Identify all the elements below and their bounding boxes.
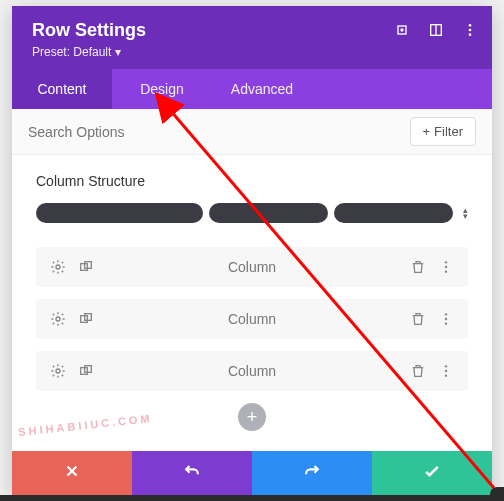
row-more-icon[interactable] — [438, 311, 454, 327]
column-row[interactable]: Column — [36, 299, 468, 339]
undo-icon — [182, 461, 202, 486]
background-strip — [0, 495, 504, 501]
svg-point-12 — [445, 270, 447, 272]
panel-body: Column Structure ▴ ▾ Column — [12, 155, 492, 451]
tabs: Content Design Advanced — [12, 69, 492, 109]
plus-icon: + — [423, 124, 431, 139]
svg-point-4 — [469, 24, 472, 27]
section-title: Column Structure — [36, 173, 468, 189]
tab-content[interactable]: Content — [12, 69, 112, 109]
cancel-button[interactable] — [12, 451, 132, 495]
svg-point-13 — [56, 317, 60, 321]
column-shape — [334, 203, 453, 223]
svg-point-24 — [445, 374, 447, 376]
expand-icon[interactable] — [394, 22, 410, 38]
svg-point-6 — [469, 33, 472, 36]
dropdown-icon: ▾ — [115, 45, 121, 59]
svg-point-23 — [445, 370, 447, 372]
gear-icon[interactable] — [50, 311, 66, 327]
header-actions — [394, 22, 478, 38]
svg-point-5 — [469, 29, 472, 32]
search-bar: + Filter — [12, 109, 492, 155]
svg-point-19 — [56, 369, 60, 373]
gear-icon[interactable] — [50, 259, 66, 275]
trash-icon[interactable] — [410, 259, 426, 275]
column-shape — [209, 203, 328, 223]
filter-button[interactable]: + Filter — [410, 117, 476, 146]
chevron-down-icon: ▾ — [463, 213, 468, 219]
close-icon — [63, 462, 81, 485]
duplicate-icon[interactable] — [78, 363, 94, 379]
column-shape — [36, 203, 203, 223]
svg-point-17 — [445, 318, 447, 320]
filter-label: Filter — [434, 124, 463, 139]
help-icon[interactable] — [428, 22, 444, 38]
column-row[interactable]: Column — [36, 247, 468, 287]
tab-advanced[interactable]: Advanced — [212, 69, 312, 109]
settings-panel: Row Settings Preset: Default ▾ Content D… — [12, 6, 492, 495]
column-label: Column — [94, 311, 410, 327]
svg-point-18 — [445, 322, 447, 324]
column-label: Column — [94, 259, 410, 275]
add-column-button[interactable]: + — [238, 403, 266, 431]
duplicate-icon[interactable] — [78, 259, 94, 275]
redo-icon — [302, 461, 322, 486]
svg-point-11 — [445, 266, 447, 268]
svg-point-10 — [445, 261, 447, 263]
svg-point-7 — [56, 265, 60, 269]
panel-header: Row Settings Preset: Default ▾ — [12, 6, 492, 69]
background-corner — [490, 487, 504, 501]
row-more-icon[interactable] — [438, 363, 454, 379]
column-label: Column — [94, 363, 410, 379]
row-more-icon[interactable] — [438, 259, 454, 275]
trash-icon[interactable] — [410, 363, 426, 379]
search-input[interactable] — [28, 124, 410, 140]
duplicate-icon[interactable] — [78, 311, 94, 327]
redo-button[interactable] — [252, 451, 372, 495]
panel-footer — [12, 451, 492, 495]
preset-selector[interactable]: Preset: Default ▾ — [32, 45, 472, 59]
tab-design[interactable]: Design — [112, 69, 212, 109]
preset-label: Preset: Default — [32, 45, 111, 59]
check-icon — [422, 461, 442, 486]
column-row[interactable]: Column — [36, 351, 468, 391]
selector-stepper[interactable]: ▴ ▾ — [463, 207, 468, 219]
svg-point-16 — [445, 313, 447, 315]
svg-point-22 — [445, 365, 447, 367]
svg-point-1 — [401, 29, 403, 31]
trash-icon[interactable] — [410, 311, 426, 327]
column-structure-selector[interactable]: ▴ ▾ — [36, 203, 468, 223]
gear-icon[interactable] — [50, 363, 66, 379]
save-button[interactable] — [372, 451, 492, 495]
more-icon[interactable] — [462, 22, 478, 38]
add-column-wrap: + — [36, 403, 468, 431]
undo-button[interactable] — [132, 451, 252, 495]
